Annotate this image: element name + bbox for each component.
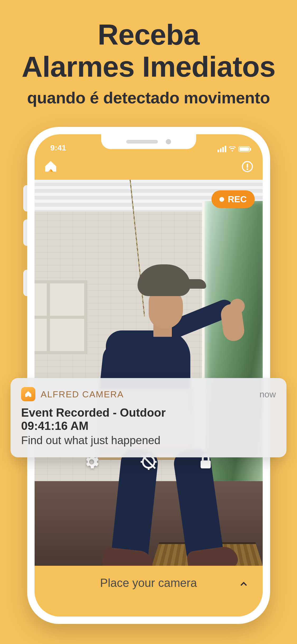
phone-screen: 9:41 <box>35 134 263 617</box>
notification-subtitle: 09:41:16 AM <box>21 419 276 433</box>
recording-badge: REC <box>211 190 255 208</box>
speaker-grille <box>126 140 158 144</box>
status-time: 9:41 <box>50 143 66 152</box>
notification-body: Find out what just happened <box>21 434 276 447</box>
promo-title-line2: Alarmes Imediatos <box>0 50 297 82</box>
promo-headline: Receba Alarmes Imediatos quando é detect… <box>0 0 297 107</box>
svg-point-2 <box>247 168 248 170</box>
promo-title-line1: Receba <box>0 19 297 50</box>
svg-rect-1 <box>247 164 248 168</box>
bottom-expand-bar[interactable]: Place your camera <box>35 567 263 617</box>
rec-dot-icon <box>219 197 224 202</box>
svg-rect-9 <box>200 461 211 468</box>
phone-mockup: 9:41 <box>27 127 270 624</box>
app-header <box>35 153 263 180</box>
notification-app-name: ALFRED CAMERA <box>41 389 124 399</box>
rec-label: REC <box>228 194 247 204</box>
chevron-up-icon <box>239 579 248 589</box>
camera-live-feed[interactable]: REC <box>35 180 263 566</box>
bottom-bar-label: Place your camera <box>100 576 197 590</box>
phone-notch <box>101 134 196 149</box>
cellular-signal-icon <box>218 146 226 152</box>
push-notification[interactable]: ALFRED CAMERA now Event Recorded - Outdo… <box>11 378 286 457</box>
alfred-home-icon[interactable] <box>44 160 57 173</box>
wifi-icon <box>229 146 236 152</box>
notification-app-icon <box>21 387 35 401</box>
front-camera <box>166 139 171 144</box>
notification-time: now <box>260 389 276 399</box>
alert-circle-icon[interactable] <box>242 161 253 172</box>
promo-subhead: quando é detectado movimento <box>0 88 297 107</box>
notification-title: Event Recorded - Outdoor <box>21 406 276 419</box>
battery-icon <box>238 146 250 152</box>
